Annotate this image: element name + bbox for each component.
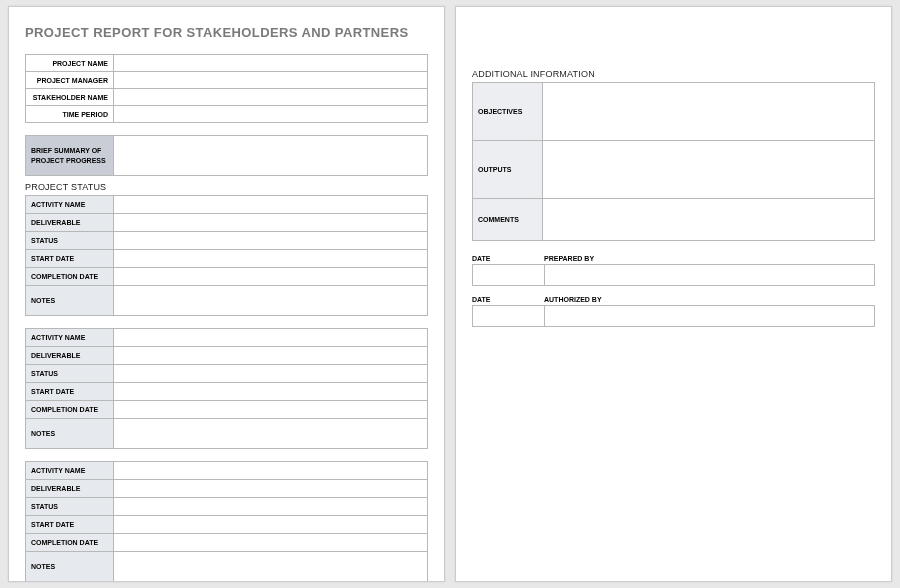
deliverable-label: DELIVERABLE <box>26 480 114 498</box>
deliverable-field[interactable] <box>114 347 428 365</box>
document-title: PROJECT REPORT FOR STAKEHOLDERS AND PART… <box>25 25 428 40</box>
deliverable-label: DELIVERABLE <box>26 214 114 232</box>
time-period-field[interactable] <box>114 106 428 123</box>
project-manager-field[interactable] <box>114 72 428 89</box>
authorized-date-label: DATE <box>472 296 544 303</box>
status-block: ACTIVITY NAME DELIVERABLE STATUS START D… <box>25 195 428 316</box>
start-date-label: START DATE <box>26 250 114 268</box>
authorized-date-field[interactable] <box>473 306 545 326</box>
prepared-by-field[interactable] <box>545 265 874 285</box>
status-field[interactable] <box>114 498 428 516</box>
activity-name-label: ACTIVITY NAME <box>26 329 114 347</box>
completion-date-label: COMPLETION DATE <box>26 534 114 552</box>
start-date-field[interactable] <box>114 250 428 268</box>
status-label: STATUS <box>26 365 114 383</box>
objectives-label: OBJECTIVES <box>473 83 543 141</box>
stakeholder-name-label: STAKEHOLDER NAME <box>26 89 114 106</box>
project-status-heading: PROJECT STATUS <box>25 182 428 192</box>
page-1: PROJECT REPORT FOR STAKEHOLDERS AND PART… <box>8 6 445 582</box>
activity-name-field[interactable] <box>114 196 428 214</box>
summary-table: BRIEF SUMMARY OF PROJECT PROGRESS <box>25 135 428 176</box>
status-block: ACTIVITY NAME DELIVERABLE STATUS START D… <box>25 461 428 582</box>
completion-date-field[interactable] <box>114 534 428 552</box>
page-2: ADDITIONAL INFORMATION OBJECTIVES OUTPUT… <box>455 6 892 582</box>
project-info-table: PROJECT NAME PROJECT MANAGER STAKEHOLDER… <box>25 54 428 123</box>
comments-field[interactable] <box>543 199 875 241</box>
status-block: ACTIVITY NAME DELIVERABLE STATUS START D… <box>25 328 428 449</box>
project-name-field[interactable] <box>114 55 428 72</box>
prepared-by-label: PREPARED BY <box>544 255 875 262</box>
status-label: STATUS <box>26 232 114 250</box>
notes-label: NOTES <box>26 419 114 449</box>
notes-field[interactable] <box>114 552 428 582</box>
authorized-by-field[interactable] <box>545 306 874 326</box>
completion-date-field[interactable] <box>114 268 428 286</box>
objectives-field[interactable] <box>543 83 875 141</box>
time-period-label: TIME PERIOD <box>26 106 114 123</box>
notes-field[interactable] <box>114 286 428 316</box>
project-name-label: PROJECT NAME <box>26 55 114 72</box>
status-field[interactable] <box>114 365 428 383</box>
completion-date-field[interactable] <box>114 401 428 419</box>
prepared-date-label: DATE <box>472 255 544 262</box>
completion-date-label: COMPLETION DATE <box>26 268 114 286</box>
comments-label: COMMENTS <box>473 199 543 241</box>
start-date-label: START DATE <box>26 516 114 534</box>
start-date-label: START DATE <box>26 383 114 401</box>
start-date-field[interactable] <box>114 516 428 534</box>
deliverable-field[interactable] <box>114 480 428 498</box>
notes-label: NOTES <box>26 552 114 582</box>
additional-info-heading: ADDITIONAL INFORMATION <box>472 69 875 79</box>
summary-label: BRIEF SUMMARY OF PROJECT PROGRESS <box>26 136 114 176</box>
activity-name-label: ACTIVITY NAME <box>26 462 114 480</box>
activity-name-field[interactable] <box>114 462 428 480</box>
project-manager-label: PROJECT MANAGER <box>26 72 114 89</box>
completion-date-label: COMPLETION DATE <box>26 401 114 419</box>
status-field[interactable] <box>114 232 428 250</box>
prepared-by-block: DATE PREPARED BY <box>472 255 875 286</box>
prepared-date-field[interactable] <box>473 265 545 285</box>
summary-field[interactable] <box>114 136 428 176</box>
deliverable-label: DELIVERABLE <box>26 347 114 365</box>
stakeholder-name-field[interactable] <box>114 89 428 106</box>
authorized-by-label: AUTHORIZED BY <box>544 296 875 303</box>
outputs-field[interactable] <box>543 141 875 199</box>
authorized-by-block: DATE AUTHORIZED BY <box>472 296 875 327</box>
activity-name-field[interactable] <box>114 329 428 347</box>
outputs-label: OUTPUTS <box>473 141 543 199</box>
activity-name-label: ACTIVITY NAME <box>26 196 114 214</box>
additional-info-table: OBJECTIVES OUTPUTS COMMENTS <box>472 82 875 241</box>
notes-label: NOTES <box>26 286 114 316</box>
notes-field[interactable] <box>114 419 428 449</box>
deliverable-field[interactable] <box>114 214 428 232</box>
status-label: STATUS <box>26 498 114 516</box>
start-date-field[interactable] <box>114 383 428 401</box>
